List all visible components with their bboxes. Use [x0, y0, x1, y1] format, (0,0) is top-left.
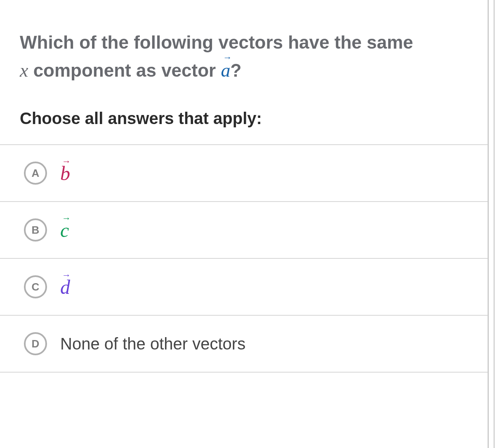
option-d[interactable]: D None of the other vectors	[0, 315, 488, 373]
scrollbar-track[interactable]	[493, 0, 495, 448]
question-line2-mid: component as vector	[28, 60, 221, 80]
vector-arrow-icon: →	[62, 213, 71, 224]
question-suffix: ?	[230, 60, 241, 80]
choice-badge-d: D	[24, 332, 47, 355]
option-c[interactable]: C → d	[0, 258, 488, 315]
option-d-label: None of the other vectors	[60, 335, 245, 353]
option-a-label: → b	[60, 162, 70, 185]
x-variable: x	[20, 60, 28, 81]
option-b[interactable]: B → c	[0, 201, 488, 258]
instruction-text: Choose all answers that apply:	[0, 84, 488, 144]
quiz-frame: Which of the following vectors have the …	[0, 0, 495, 448]
options-list: A → b B → c C → d	[0, 144, 488, 373]
question-text: Which of the following vectors have the …	[0, 0, 488, 84]
vector-arrow-icon: →	[62, 270, 71, 281]
vector-arrow-icon: →	[223, 51, 232, 64]
vector-arrow-icon: →	[62, 156, 71, 167]
content-area: Which of the following vectors have the …	[0, 0, 489, 448]
choice-badge-a: A	[24, 162, 47, 185]
option-a[interactable]: A → b	[0, 144, 488, 201]
vector-a: →a	[221, 56, 230, 84]
option-b-label: → c	[60, 219, 69, 242]
choice-badge-b: B	[24, 218, 47, 242]
option-c-label: → d	[60, 276, 70, 298]
question-line1: Which of the following vectors have the …	[20, 32, 413, 52]
choice-badge-c: C	[24, 275, 47, 298]
